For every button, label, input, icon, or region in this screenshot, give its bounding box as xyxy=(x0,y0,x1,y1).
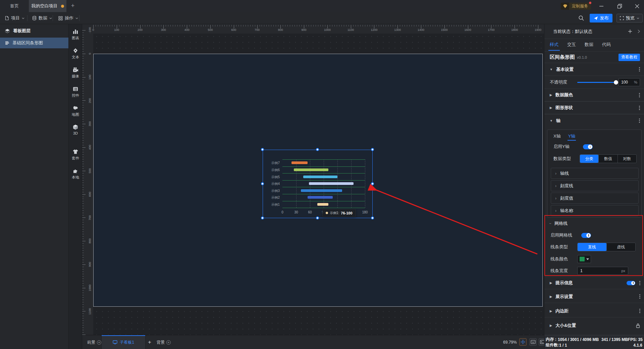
foreground-button[interactable]: 前景 + xyxy=(87,335,101,349)
gridline-header[interactable]: › 网格线 xyxy=(544,217,644,230)
subsection-tick-line[interactable]: › 刻度线 xyxy=(551,180,639,191)
section-shape[interactable]: ▶ 图形形状 xyxy=(544,101,644,114)
background-button[interactable]: 背景 + xyxy=(157,335,171,349)
line-width-input[interactable]: 1 px xyxy=(577,267,628,275)
axis-tab-y[interactable]: Y轴 xyxy=(568,133,576,141)
section-display[interactable]: ▶ 展示设置 xyxy=(544,290,644,303)
selection-handle-n[interactable] xyxy=(316,148,319,151)
selection-handle-nw[interactable] xyxy=(261,148,264,151)
selection-handle-w[interactable] xyxy=(261,182,264,185)
section-basic-settings[interactable]: ▼ 基本设置 xyxy=(544,63,644,76)
document-icon xyxy=(5,16,9,20)
tooltip-toggle[interactable] xyxy=(627,281,635,285)
subsection-axis-name[interactable]: › 轴名称 xyxy=(551,205,639,216)
line-type-solid[interactable]: 直线 xyxy=(578,243,606,251)
layers-panel-title: 看板图层 xyxy=(13,28,31,34)
database-icon xyxy=(32,16,37,20)
tab-style[interactable]: 样式 xyxy=(550,42,558,51)
custom-service-badge[interactable]: 定制服务 xyxy=(561,3,591,10)
line-color-label: 线条颜色 xyxy=(550,256,568,262)
h-ruler-label: 1700 xyxy=(488,28,494,32)
section-size-position[interactable]: ▶ 大小&位置 xyxy=(544,319,644,332)
kebab-menu-icon[interactable] xyxy=(639,107,640,108)
dock-item-3d[interactable]: 3D xyxy=(69,124,82,141)
kebab-menu-icon[interactable] xyxy=(639,283,640,284)
opacity-slider-knob[interactable] xyxy=(614,80,618,85)
dock-item-kits[interactable]: 套件 xyxy=(69,149,82,165)
data-type-value[interactable]: 数值 xyxy=(598,155,617,163)
close-button[interactable] xyxy=(632,2,642,10)
restore-button[interactable] xyxy=(614,2,625,10)
enable-gridline-toggle[interactable] xyxy=(581,233,591,238)
add-state-icon[interactable] xyxy=(628,29,632,34)
kebab-menu-icon[interactable] xyxy=(639,69,640,70)
kebab-menu-icon[interactable] xyxy=(639,120,640,121)
kebab-menu-icon[interactable] xyxy=(639,95,640,96)
zoom-percentage: 69.79% xyxy=(503,335,517,349)
dock-item-charts[interactable]: 图表 xyxy=(69,29,82,45)
tab-data[interactable]: 数据 xyxy=(585,42,593,51)
tab-code[interactable]: 代码 xyxy=(602,42,611,51)
line-type-dashed[interactable]: 虚线 xyxy=(606,243,636,251)
minimize-button[interactable] xyxy=(596,2,606,10)
dock-item-controls[interactable]: 控件 xyxy=(69,86,82,103)
subboard-tab[interactable]: 子看板1 xyxy=(101,335,146,349)
selection-handle-e[interactable] xyxy=(371,182,374,185)
chevron-down-icon xyxy=(49,17,52,19)
memory-secondary-value: 341 / 1395 MB xyxy=(601,337,628,342)
triangle-right-icon: ▶ xyxy=(550,93,552,97)
h-ruler-label: 1400 xyxy=(418,28,424,32)
shortcuts-button[interactable] xyxy=(529,338,537,346)
subsection-axis-line[interactable]: › 轴线 xyxy=(551,168,639,179)
line-type-label: 线条类型 xyxy=(550,244,568,250)
opacity-label: 不透明度 xyxy=(550,79,567,85)
dock-item-text[interactable]: 文本 xyxy=(69,48,82,64)
section-padding[interactable]: ▶ 内边距 xyxy=(544,305,644,317)
opacity-input[interactable]: 100 % xyxy=(619,78,640,86)
selection-handle-s[interactable] xyxy=(316,216,319,219)
tab-interaction[interactable]: 交互 xyxy=(567,42,576,51)
selection-handle-ne[interactable] xyxy=(371,148,374,151)
axis-tab-x[interactable]: X轴 xyxy=(553,133,561,141)
subsection-tick-value[interactable]: › 刻度值 xyxy=(551,193,639,204)
dock-item-map[interactable]: 地图 xyxy=(69,105,82,122)
publish-button[interactable]: 发布 xyxy=(590,14,612,22)
line-width-value: 1 xyxy=(580,268,583,273)
enable-y-axis-toggle[interactable] xyxy=(583,144,593,149)
view-tutorial-button[interactable]: 查看教程 xyxy=(619,54,640,61)
fullscreen-frame-icon xyxy=(620,16,624,20)
dock-item-media[interactable]: 媒体 xyxy=(69,67,82,84)
data-type-category[interactable]: 分类 xyxy=(580,155,598,163)
add-foreground-icon[interactable]: + xyxy=(97,340,101,345)
layer-item-range-bar[interactable]: 基础区间条形图 xyxy=(0,38,68,48)
fit-view-button[interactable] xyxy=(519,338,527,346)
lock-icon[interactable] xyxy=(636,323,640,328)
chevron-right-icon[interactable] xyxy=(638,30,640,33)
menu-operations[interactable]: 操作 xyxy=(58,12,78,24)
new-tab-button[interactable]: + xyxy=(68,3,77,9)
kebab-menu-icon[interactable] xyxy=(639,310,640,311)
menu-data[interactable]: 数据 xyxy=(32,12,52,24)
add-subboard-button[interactable]: + xyxy=(148,335,151,349)
selection-handle-sw[interactable] xyxy=(261,216,264,219)
data-type-log[interactable]: 对数 xyxy=(618,155,636,163)
line-color-picker[interactable] xyxy=(577,255,591,263)
kebab-menu-icon[interactable] xyxy=(639,296,640,297)
search-icon[interactable] xyxy=(578,15,584,21)
add-background-icon[interactable]: + xyxy=(166,340,171,345)
menu-project[interactable]: 项目 xyxy=(5,12,24,24)
window-tab-home[interactable]: 首页 xyxy=(0,0,29,12)
window-tab-project[interactable]: 我的空白项目 xyxy=(29,0,66,12)
opacity-slider[interactable] xyxy=(577,82,616,83)
performance-status-bar: 内存： 1054 / 3001 / 4096 MB 341 / 1395 MB … xyxy=(544,335,644,349)
section-axis[interactable]: ▼ 轴 xyxy=(544,114,644,127)
cube-3d-icon xyxy=(72,124,78,130)
section-tooltip[interactable]: ▶ 提示信息 xyxy=(544,277,644,289)
data-type-label: 数据类型 xyxy=(553,156,571,162)
preview-button[interactable]: 预览 xyxy=(616,14,643,22)
bottom-bar: 前景 + 子看板1 + 背景 + 69.79% xyxy=(82,335,544,349)
dock-item-local[interactable]: 本地 xyxy=(69,168,82,185)
memory-label: 内存： xyxy=(546,337,558,342)
section-data-color[interactable]: ▶ 数据颜色 xyxy=(544,89,644,101)
selection-handle-se[interactable] xyxy=(371,216,374,219)
